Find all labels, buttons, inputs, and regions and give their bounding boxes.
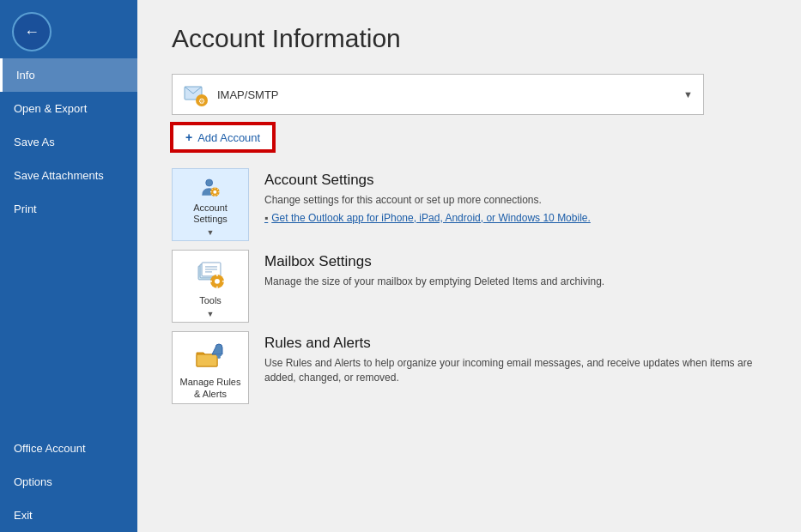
svg-text:⚙: ⚙: [198, 97, 205, 106]
sidebar-item-office-account[interactable]: Office Account: [0, 432, 137, 465]
svg-point-5: [213, 190, 216, 194]
sidebar-item-print[interactable]: Print: [0, 192, 137, 226]
sidebar-item-label: Save Attachments: [14, 169, 104, 182]
sidebar-item-save-attachments[interactable]: Save Attachments: [0, 159, 137, 192]
tools-icon: [193, 257, 228, 292]
account-settings-title: Account Settings: [264, 172, 767, 189]
mailbox-settings-title: Mailbox Settings: [264, 253, 767, 270]
account-type-label: IMAP/SMTP: [217, 88, 683, 101]
svg-point-28: [217, 355, 221, 359]
account-settings-icon-label: AccountSettings: [193, 203, 228, 225]
add-account-label: Add Account: [197, 131, 260, 144]
mailbox-settings-text: Mailbox Settings Manage the size of your…: [264, 250, 767, 293]
mailbox-settings-button[interactable]: Tools ▼: [172, 250, 249, 323]
account-settings-card: AccountSettings ▼ Account Settings Chang…: [172, 168, 767, 241]
sidebar-item-exit[interactable]: Exit: [0, 499, 137, 532]
sidebar-item-label: Office Account: [14, 442, 86, 455]
rules-alerts-card: Manage Rules& Alerts Rules and Alerts Us…: [172, 331, 767, 404]
sidebar: ← Info Open & Export Save As Save Attach…: [0, 0, 137, 532]
page-title: Account Information: [172, 24, 767, 53]
rules-alerts-button[interactable]: Manage Rules& Alerts: [172, 331, 249, 404]
sidebar-item-label: Exit: [14, 509, 33, 522]
account-settings-description: Change settings for this account or set …: [264, 193, 767, 208]
tools-caret: ▼: [207, 310, 215, 318]
svg-line-11: [217, 194, 218, 195]
account-dropdown[interactable]: ⚙ IMAP/SMTP ▼: [172, 74, 704, 115]
add-account-button[interactable]: + Add Account: [172, 124, 274, 151]
mailbox-settings-card: Tools ▼ Mailbox Settings Manage the size…: [172, 250, 767, 323]
sidebar-item-label: Info: [16, 69, 35, 82]
rules-alerts-icon: [193, 339, 228, 373]
mailbox-settings-description: Manage the size of your mailbox by empty…: [264, 275, 767, 289]
account-settings-button[interactable]: AccountSettings ▼: [172, 168, 249, 241]
dropdown-arrow-icon: ▼: [683, 89, 693, 100]
account-type-icon: ⚙: [183, 82, 209, 107]
sidebar-item-label: Print: [14, 203, 37, 215]
account-settings-link[interactable]: Get the Outlook app for iPhone, iPad, An…: [264, 212, 767, 224]
sidebar-item-label: Open & Export: [14, 102, 87, 115]
sidebar-item-options[interactable]: Options: [0, 465, 137, 499]
sidebar-item-info[interactable]: Info: [0, 58, 137, 92]
sidebar-item-open-export[interactable]: Open & Export: [0, 92, 137, 125]
sidebar-item-label: Options: [14, 475, 52, 488]
account-settings-icon: [193, 176, 228, 199]
plus-icon: +: [185, 130, 192, 144]
sidebar-item-save-as[interactable]: Save As: [0, 125, 137, 159]
svg-point-21: [215, 279, 220, 284]
back-icon: ←: [24, 23, 39, 41]
svg-line-10: [212, 189, 213, 190]
main-content: Account Information ⚙ IMAP/SMTP ▼ + Add …: [137, 0, 801, 532]
account-settings-caret: ▼: [207, 228, 215, 237]
svg-line-12: [217, 189, 218, 190]
account-settings-text: Account Settings Change settings for thi…: [264, 168, 767, 224]
manage-rules-icon-label: Manage Rules& Alerts: [180, 377, 241, 399]
rules-alerts-description: Use Rules and Alerts to help organize yo…: [264, 356, 767, 385]
sidebar-item-label: Save As: [14, 136, 55, 148]
svg-point-3: [206, 179, 213, 186]
back-button[interactable]: ←: [12, 12, 52, 51]
svg-rect-26: [197, 354, 217, 366]
rules-alerts-text: Rules and Alerts Use Rules and Alerts to…: [264, 331, 767, 390]
tools-icon-label: Tools: [199, 295, 221, 306]
imap-icon: ⚙: [183, 82, 209, 107]
rules-alerts-title: Rules and Alerts: [264, 335, 767, 352]
svg-line-13: [212, 194, 213, 195]
